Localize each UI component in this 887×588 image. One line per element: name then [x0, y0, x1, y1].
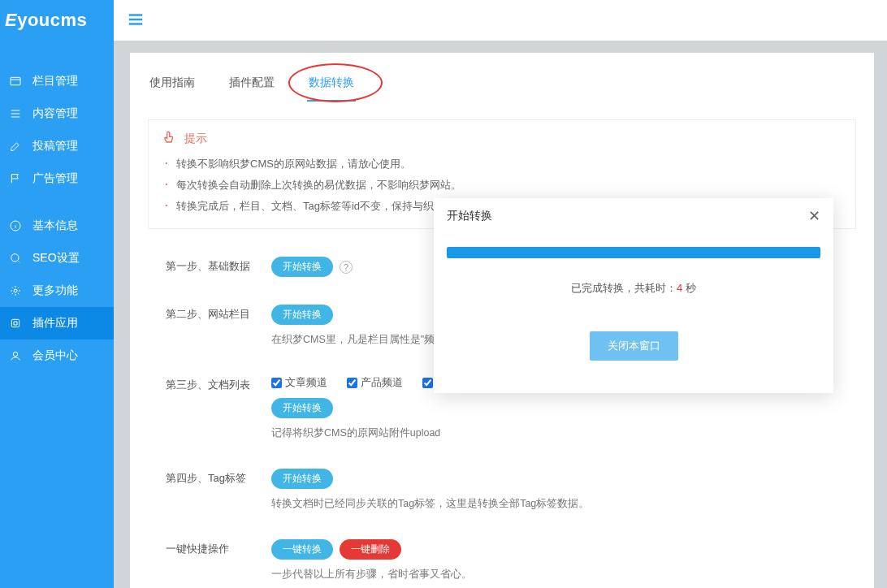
sidebar-item-columns[interactable]: 栏目管理	[0, 65, 114, 97]
sidebar-label: 广告管理	[32, 171, 78, 186]
step-label: 第一步、基础数据	[166, 257, 271, 274]
sidebar-menu: 栏目管理 内容管理 投稿管理 广告管理 基本信息 SEO设置 更多功能	[0, 65, 114, 372]
logo: Eyoucms	[0, 0, 114, 41]
sidebar-item-seo[interactable]: SEO设置	[0, 242, 114, 275]
user-icon	[8, 348, 23, 363]
step-label: 第四步、Tag标签	[166, 469, 271, 486]
sidebar-label: 基本信息	[32, 218, 78, 233]
sidebar: Eyoucms 栏目管理 内容管理 投稿管理 广告管理 基本信息 SEO设置	[0, 0, 114, 588]
help-icon[interactable]: ?	[340, 261, 353, 274]
sidebar-label: 栏目管理	[32, 74, 78, 89]
sidebar-label: 插件应用	[32, 316, 78, 331]
sidebar-item-more[interactable]: 更多功能	[0, 275, 114, 307]
svg-point-3	[14, 289, 17, 292]
svg-rect-0	[11, 77, 20, 84]
layers-icon	[8, 106, 23, 121]
step-desc: 一步代替以上所有步骤，省时省事又省心。	[271, 566, 856, 582]
sidebar-item-member[interactable]: 会员中心	[0, 339, 114, 372]
modal-body: 已完成转换，共耗时：4 秒	[434, 234, 833, 309]
edit-icon	[8, 139, 23, 153]
checkbox-article[interactable]: 文章频道	[271, 375, 327, 390]
sidebar-label: 内容管理	[32, 106, 78, 121]
logo-text: Eyoucms	[5, 10, 87, 31]
step-label: 第二步、网站栏目	[166, 305, 271, 322]
svg-point-2	[11, 254, 19, 262]
step-label: 一键快捷操作	[166, 539, 271, 556]
tip-item: 每次转换会自动删除上次转换的易优数据，不影响织梦网站。	[162, 175, 842, 196]
close-window-button[interactable]: 关闭本窗口	[590, 331, 678, 361]
result-text: 已完成转换，共耗时：4 秒	[447, 281, 820, 296]
info-icon	[8, 218, 23, 233]
progress-bar	[447, 247, 820, 258]
step-4: 第四步、Tag标签 开始转换 转换文档时已经同步关联的Tag标签，这里是转换全部…	[148, 456, 856, 526]
quick-convert-button[interactable]: 一键转换	[271, 539, 333, 560]
sidebar-label: SEO设置	[32, 251, 80, 266]
gear-icon	[8, 283, 23, 298]
pointer-icon	[162, 130, 176, 147]
sidebar-label: 会员中心	[32, 348, 78, 363]
modal-title: 开始转换	[447, 209, 492, 223]
start-convert-button[interactable]: 开始转换	[271, 398, 333, 418]
close-icon[interactable]: ✕	[808, 209, 820, 223]
sidebar-item-submit[interactable]: 投稿管理	[0, 130, 114, 162]
quick-actions: 一键快捷操作 一键转换 一键删除 一步代替以上所有步骤，省时省事又省心。	[148, 526, 856, 588]
convert-modal: 开始转换 ✕ 已完成转换，共耗时：4 秒 关闭本窗口	[434, 198, 833, 393]
start-convert-button[interactable]: 开始转换	[271, 305, 333, 325]
hamburger-icon[interactable]	[127, 11, 145, 31]
checkbox-product[interactable]: 产品频道	[347, 375, 403, 390]
sidebar-label: 更多功能	[32, 283, 78, 298]
modal-footer: 关闭本窗口	[434, 309, 833, 393]
flag-icon	[8, 171, 23, 186]
folder-icon	[8, 74, 23, 89]
step-desc: 转换文档时已经同步关联的Tag标签，这里是转换全部Tag标签数据。	[271, 495, 856, 512]
sidebar-item-content[interactable]: 内容管理	[0, 97, 114, 130]
tab-convert[interactable]: 数据转换	[307, 69, 356, 102]
tip-item: 转换不影响织梦CMS的原网站数据，请放心使用。	[162, 153, 842, 175]
step-label: 第三步、文档列表	[166, 375, 271, 392]
tab-guide[interactable]: 使用指南	[148, 69, 197, 102]
tabs: 使用指南 插件配置 数据转换	[130, 53, 874, 102]
plugin-icon	[8, 316, 23, 331]
svg-rect-4	[11, 319, 19, 326]
svg-point-5	[13, 352, 17, 356]
sidebar-item-plugins[interactable]: 插件应用	[0, 307, 114, 339]
sidebar-label: 投稿管理	[32, 139, 78, 153]
sidebar-item-basic[interactable]: 基本信息	[0, 210, 114, 242]
topbar	[114, 0, 887, 41]
quick-delete-button[interactable]: 一键删除	[340, 539, 401, 560]
step-desc: 记得将织梦CMS的原网站附件upload	[271, 425, 856, 441]
sidebar-item-ads[interactable]: 广告管理	[0, 162, 114, 195]
tab-config[interactable]: 插件配置	[227, 69, 276, 102]
tips-title: 提示	[184, 132, 207, 146]
tips-header: 提示	[162, 130, 842, 147]
modal-header: 开始转换 ✕	[434, 198, 833, 234]
start-convert-button[interactable]: 开始转换	[271, 469, 333, 489]
search-icon	[8, 251, 23, 266]
start-convert-button[interactable]: 开始转换	[271, 257, 333, 277]
